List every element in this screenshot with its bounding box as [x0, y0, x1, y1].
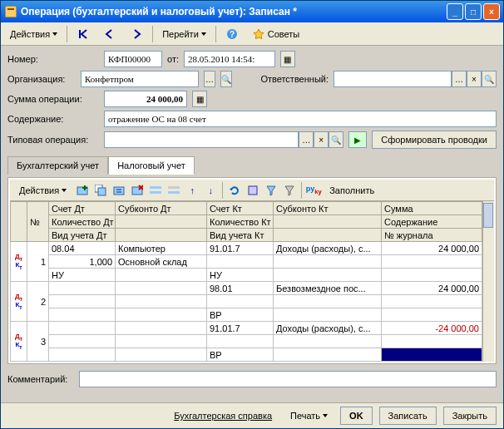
cell-qkt[interactable] — [207, 255, 274, 269]
cell-subdt[interactable] — [116, 282, 207, 295]
generate-run-button[interactable]: ▶ — [348, 131, 367, 148]
col-vdt[interactable]: Вид учета Дт — [49, 229, 116, 242]
cell-vkt[interactable]: ВР — [207, 348, 274, 362]
cell-sum[interactable]: -24 000,00 — [382, 322, 482, 335]
table-subrow[interactable]: НУНУ — [11, 269, 482, 282]
cell-skt[interactable]: 98.01 — [207, 282, 274, 295]
grid-movedown-button[interactable]: ↓ — [202, 182, 219, 199]
table-row[interactable]: ДтКт108.04Компьютер91.01.7Доходы (расход… — [11, 242, 482, 255]
typeop-search-button[interactable]: 🔍 — [329, 131, 343, 148]
cell-journ[interactable] — [382, 308, 482, 322]
advice-button[interactable]: Советы — [246, 25, 305, 43]
cell-content[interactable] — [382, 295, 482, 308]
typeop-clear-button[interactable]: × — [314, 131, 329, 148]
cell-vdt[interactable] — [49, 308, 116, 322]
grid-sort1-button[interactable] — [147, 182, 164, 199]
table-row[interactable]: ДтКт298.01Безвозмездное пос...24 000,00 — [11, 282, 482, 295]
cell-n[interactable]: 3 — [27, 322, 49, 362]
cell-vkt[interactable]: ВР — [207, 308, 274, 322]
date-input[interactable] — [184, 51, 275, 67]
nav-fwd-button[interactable] — [124, 25, 149, 43]
spravka-link[interactable]: Бухгалтерская справка — [168, 408, 278, 423]
resp-clear-button[interactable]: × — [467, 71, 482, 87]
cell-skt[interactable]: 91.01.7 — [207, 242, 274, 255]
grid-filter2-button[interactable] — [281, 182, 298, 199]
typeop-select-button[interactable]: … — [299, 131, 314, 148]
goto-menu[interactable]: Перейти — [156, 27, 212, 42]
resp-input[interactable] — [334, 71, 452, 87]
cell-qkt[interactable] — [207, 335, 274, 348]
cell-vkt[interactable]: НУ — [207, 269, 274, 282]
grid-lang-button[interactable]: руky — [305, 182, 322, 199]
cell-subdt2[interactable] — [116, 295, 207, 308]
grid-edit-button[interactable] — [111, 182, 127, 199]
save-button[interactable]: Записать — [379, 407, 437, 425]
grid-delete-button[interactable] — [129, 182, 146, 199]
cell-journ[interactable] — [382, 348, 482, 362]
nav-first-button[interactable] — [71, 25, 96, 43]
number-input[interactable] — [104, 51, 162, 67]
typeop-input[interactable] — [104, 131, 299, 148]
print-menu[interactable]: Печать — [284, 408, 334, 423]
cell-qdt[interactable]: 1,000 — [49, 255, 116, 269]
col-qkt[interactable]: Количество Кт — [207, 215, 274, 229]
cell-subkt[interactable]: Доходы (расходы), с... — [274, 322, 382, 335]
actions-menu[interactable]: Действия — [4, 27, 63, 42]
cell-sdt[interactable] — [49, 282, 116, 295]
sum-input[interactable] — [104, 91, 187, 107]
cell-subdt[interactable]: Компьютер — [116, 242, 207, 255]
tab-accounting[interactable]: Бухгалтерский учет — [7, 156, 108, 175]
grid-fill-button[interactable]: Заполнить — [324, 183, 380, 198]
cell-n[interactable]: 1 — [27, 242, 49, 282]
grid-moveup-button[interactable]: ↑ — [184, 182, 200, 199]
cell-subdt2[interactable]: Основной склад — [116, 255, 207, 269]
maximize-button[interactable]: □ — [465, 3, 482, 20]
cell-sum[interactable]: 24 000,00 — [382, 242, 482, 255]
cell-qkt[interactable] — [207, 295, 274, 308]
col-skt[interactable]: Счет Кт — [207, 202, 274, 215]
cell-vdt[interactable] — [49, 348, 116, 362]
cell-sum[interactable]: 24 000,00 — [382, 282, 482, 295]
comment-input[interactable] — [79, 371, 497, 387]
col-sum[interactable]: Сумма — [382, 202, 482, 215]
col-content[interactable]: Содержание — [382, 215, 482, 229]
tab-tax[interactable]: Налоговый учет — [108, 156, 195, 175]
grid-sort2-button[interactable] — [166, 182, 182, 199]
table-row[interactable]: ДтКт391.01.7Доходы (расходы), с...-24 00… — [11, 322, 482, 335]
col-qdt[interactable]: Количество Дт — [49, 215, 116, 229]
minimize-button[interactable]: _ — [447, 3, 463, 20]
scroll-thumb[interactable] — [483, 203, 493, 228]
table-subrow[interactable]: ВР — [11, 308, 482, 322]
grid-refresh-button[interactable] — [226, 182, 243, 199]
cell-subdt2[interactable] — [116, 335, 207, 348]
close-window-button[interactable]: Закрыть — [443, 407, 497, 425]
ok-button[interactable]: OK — [340, 407, 373, 425]
content-input[interactable] — [104, 111, 497, 127]
table-subrow[interactable] — [11, 295, 482, 308]
grid-actions-menu[interactable]: Действия — [13, 183, 72, 198]
org-input[interactable] — [81, 71, 199, 87]
cell-skt[interactable]: 91.01.7 — [207, 322, 274, 335]
cell-subkt[interactable]: Доходы (расходы), с... — [274, 242, 382, 255]
grid-filter1-button[interactable] — [263, 182, 279, 199]
cell-subdt[interactable] — [116, 322, 207, 335]
col-n[interactable]: № — [27, 202, 49, 242]
cell-subkt2[interactable] — [274, 255, 382, 269]
grid-copy-button[interactable] — [92, 182, 109, 199]
generate-button[interactable]: Сформировать проводки — [372, 131, 497, 149]
org-search-button[interactable]: 🔍 — [220, 71, 232, 87]
cell-subkt2[interactable] — [274, 295, 382, 308]
table-subrow[interactable]: 1,000Основной склад — [11, 255, 482, 269]
cell-n[interactable]: 2 — [27, 282, 49, 322]
cell-content[interactable] — [382, 255, 482, 269]
sum-calc-button[interactable]: ▦ — [192, 91, 207, 107]
table-subrow[interactable] — [11, 335, 482, 348]
cell-vdt[interactable]: НУ — [49, 269, 116, 282]
grid-settings-button[interactable] — [245, 182, 261, 199]
close-button[interactable]: × — [483, 3, 500, 20]
cell-subkt[interactable]: Безвозмездное пос... — [274, 282, 382, 295]
resp-search-button[interactable]: 🔍 — [482, 71, 497, 87]
col-vkt[interactable]: Вид учета Кт — [207, 229, 274, 242]
date-picker-button[interactable]: ▦ — [280, 51, 295, 67]
col-journ[interactable]: № журнала — [382, 229, 482, 242]
